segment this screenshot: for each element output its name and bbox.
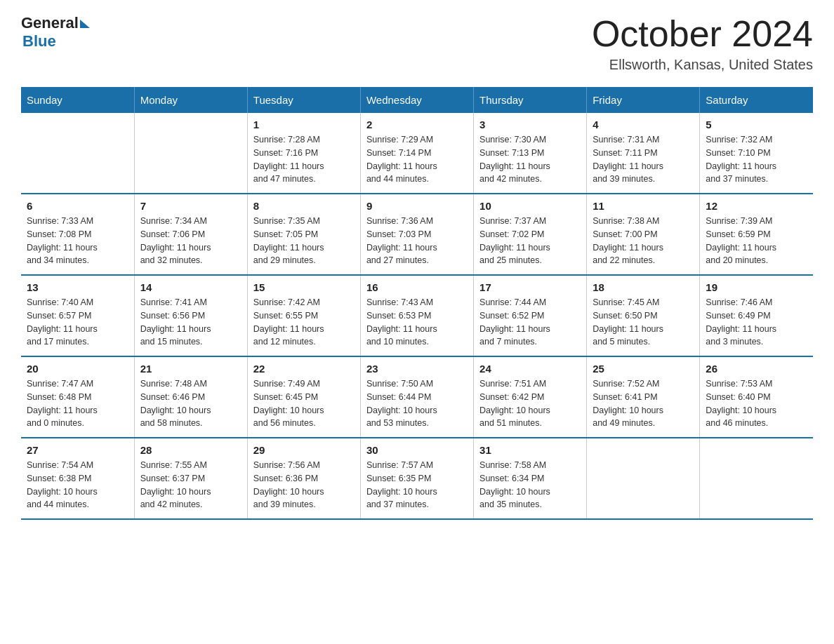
calendar-cell: 25Sunrise: 7:52 AM Sunset: 6:41 PM Dayli… [587, 356, 700, 438]
day-number: 28 [140, 444, 241, 456]
day-number: 23 [366, 363, 468, 375]
calendar-cell: 27Sunrise: 7:54 AM Sunset: 6:38 PM Dayli… [21, 438, 134, 519]
header-day-friday: Friday [587, 87, 700, 113]
day-info: Sunrise: 7:39 AM Sunset: 6:59 PM Dayligh… [706, 215, 807, 267]
day-number: 12 [706, 200, 807, 212]
day-info: Sunrise: 7:35 AM Sunset: 7:05 PM Dayligh… [253, 215, 355, 267]
calendar-week-row: 1Sunrise: 7:28 AM Sunset: 7:16 PM Daylig… [21, 113, 813, 194]
day-info: Sunrise: 7:40 AM Sunset: 6:57 PM Dayligh… [27, 296, 128, 349]
day-number: 9 [366, 200, 468, 212]
day-number: 21 [140, 363, 241, 375]
day-info: Sunrise: 7:28 AM Sunset: 7:16 PM Dayligh… [253, 133, 355, 186]
header: General Blue October 2024 Ellsworth, Kan… [21, 14, 813, 73]
day-number: 13 [27, 281, 128, 293]
logo-general-text: General [21, 14, 79, 32]
calendar-week-row: 27Sunrise: 7:54 AM Sunset: 6:38 PM Dayli… [21, 438, 813, 519]
day-info: Sunrise: 7:45 AM Sunset: 6:50 PM Dayligh… [593, 296, 694, 349]
header-day-monday: Monday [134, 87, 247, 113]
day-number: 14 [140, 281, 241, 293]
calendar-cell: 5Sunrise: 7:32 AM Sunset: 7:10 PM Daylig… [700, 113, 813, 194]
day-info: Sunrise: 7:32 AM Sunset: 7:10 PM Dayligh… [706, 133, 807, 186]
day-info: Sunrise: 7:36 AM Sunset: 7:03 PM Dayligh… [366, 215, 468, 267]
day-number: 5 [706, 119, 807, 130]
day-number: 15 [253, 281, 355, 293]
calendar-cell: 6Sunrise: 7:33 AM Sunset: 7:08 PM Daylig… [21, 194, 134, 275]
header-day-wednesday: Wednesday [360, 87, 473, 113]
calendar-cell: 13Sunrise: 7:40 AM Sunset: 6:57 PM Dayli… [21, 275, 134, 356]
day-number: 26 [706, 363, 807, 375]
day-info: Sunrise: 7:49 AM Sunset: 6:45 PM Dayligh… [253, 377, 355, 430]
calendar-cell: 26Sunrise: 7:53 AM Sunset: 6:40 PM Dayli… [700, 356, 813, 438]
calendar-cell: 9Sunrise: 7:36 AM Sunset: 7:03 PM Daylig… [360, 194, 473, 275]
day-info: Sunrise: 7:50 AM Sunset: 6:44 PM Dayligh… [366, 377, 468, 430]
day-info: Sunrise: 7:41 AM Sunset: 6:56 PM Dayligh… [140, 296, 241, 349]
day-number: 24 [479, 363, 581, 375]
calendar-cell: 20Sunrise: 7:47 AM Sunset: 6:48 PM Dayli… [21, 356, 134, 438]
calendar-header-row: SundayMondayTuesdayWednesdayThursdayFrid… [21, 87, 813, 113]
day-info: Sunrise: 7:48 AM Sunset: 6:46 PM Dayligh… [140, 377, 241, 430]
day-number: 22 [253, 363, 355, 375]
calendar-cell: 23Sunrise: 7:50 AM Sunset: 6:44 PM Dayli… [360, 356, 473, 438]
day-info: Sunrise: 7:31 AM Sunset: 7:11 PM Dayligh… [593, 133, 694, 186]
calendar-cell: 14Sunrise: 7:41 AM Sunset: 6:56 PM Dayli… [134, 275, 247, 356]
day-info: Sunrise: 7:37 AM Sunset: 7:02 PM Dayligh… [479, 215, 581, 267]
header-day-sunday: Sunday [21, 87, 134, 113]
header-day-thursday: Thursday [474, 87, 587, 113]
calendar-cell: 28Sunrise: 7:55 AM Sunset: 6:37 PM Dayli… [134, 438, 247, 519]
calendar-cell [134, 113, 247, 194]
day-number: 16 [366, 281, 468, 293]
calendar-cell: 11Sunrise: 7:38 AM Sunset: 7:00 PM Dayli… [587, 194, 700, 275]
day-info: Sunrise: 7:33 AM Sunset: 7:08 PM Dayligh… [27, 215, 128, 267]
day-info: Sunrise: 7:55 AM Sunset: 6:37 PM Dayligh… [140, 459, 241, 511]
calendar-cell: 24Sunrise: 7:51 AM Sunset: 6:42 PM Dayli… [474, 356, 587, 438]
day-info: Sunrise: 7:54 AM Sunset: 6:38 PM Dayligh… [27, 459, 128, 511]
day-number: 8 [253, 200, 355, 212]
day-info: Sunrise: 7:56 AM Sunset: 6:36 PM Dayligh… [253, 459, 355, 511]
calendar-cell: 30Sunrise: 7:57 AM Sunset: 6:35 PM Dayli… [360, 438, 473, 519]
day-number: 6 [27, 200, 128, 212]
calendar-cell: 16Sunrise: 7:43 AM Sunset: 6:53 PM Dayli… [360, 275, 473, 356]
day-info: Sunrise: 7:47 AM Sunset: 6:48 PM Dayligh… [27, 377, 128, 430]
day-number: 17 [479, 281, 581, 293]
day-info: Sunrise: 7:44 AM Sunset: 6:52 PM Dayligh… [479, 296, 581, 349]
day-number: 30 [366, 444, 468, 456]
day-info: Sunrise: 7:34 AM Sunset: 7:06 PM Dayligh… [140, 215, 241, 267]
day-info: Sunrise: 7:42 AM Sunset: 6:55 PM Dayligh… [253, 296, 355, 349]
day-number: 10 [479, 200, 581, 212]
day-number: 3 [479, 119, 581, 130]
month-title: October 2024 [592, 14, 813, 54]
calendar-cell: 8Sunrise: 7:35 AM Sunset: 7:05 PM Daylig… [247, 194, 360, 275]
calendar-cell: 22Sunrise: 7:49 AM Sunset: 6:45 PM Dayli… [247, 356, 360, 438]
calendar-week-row: 13Sunrise: 7:40 AM Sunset: 6:57 PM Dayli… [21, 275, 813, 356]
day-number: 7 [140, 200, 241, 212]
calendar-week-row: 20Sunrise: 7:47 AM Sunset: 6:48 PM Dayli… [21, 356, 813, 438]
calendar-cell [21, 113, 134, 194]
day-info: Sunrise: 7:58 AM Sunset: 6:34 PM Dayligh… [479, 459, 581, 511]
calendar-table: SundayMondayTuesdayWednesdayThursdayFrid… [21, 87, 813, 520]
day-info: Sunrise: 7:57 AM Sunset: 6:35 PM Dayligh… [366, 459, 468, 511]
calendar-cell: 10Sunrise: 7:37 AM Sunset: 7:02 PM Dayli… [474, 194, 587, 275]
calendar-cell: 31Sunrise: 7:58 AM Sunset: 6:34 PM Dayli… [474, 438, 587, 519]
calendar-cell [587, 438, 700, 519]
calendar-cell: 15Sunrise: 7:42 AM Sunset: 6:55 PM Dayli… [247, 275, 360, 356]
day-number: 11 [593, 200, 694, 212]
calendar-cell: 21Sunrise: 7:48 AM Sunset: 6:46 PM Dayli… [134, 356, 247, 438]
calendar-cell: 29Sunrise: 7:56 AM Sunset: 6:36 PM Dayli… [247, 438, 360, 519]
day-info: Sunrise: 7:29 AM Sunset: 7:14 PM Dayligh… [366, 133, 468, 186]
day-info: Sunrise: 7:38 AM Sunset: 7:00 PM Dayligh… [593, 215, 694, 267]
day-number: 19 [706, 281, 807, 293]
calendar-cell: 4Sunrise: 7:31 AM Sunset: 7:11 PM Daylig… [587, 113, 700, 194]
calendar-cell: 17Sunrise: 7:44 AM Sunset: 6:52 PM Dayli… [474, 275, 587, 356]
header-day-tuesday: Tuesday [247, 87, 360, 113]
logo-triangle-icon [80, 20, 90, 28]
day-info: Sunrise: 7:52 AM Sunset: 6:41 PM Dayligh… [593, 377, 694, 430]
logo-blue-text: Blue [22, 32, 56, 51]
calendar-cell: 1Sunrise: 7:28 AM Sunset: 7:16 PM Daylig… [247, 113, 360, 194]
day-number: 18 [593, 281, 694, 293]
day-info: Sunrise: 7:53 AM Sunset: 6:40 PM Dayligh… [706, 377, 807, 430]
calendar-cell: 2Sunrise: 7:29 AM Sunset: 7:14 PM Daylig… [360, 113, 473, 194]
day-info: Sunrise: 7:51 AM Sunset: 6:42 PM Dayligh… [479, 377, 581, 430]
calendar-week-row: 6Sunrise: 7:33 AM Sunset: 7:08 PM Daylig… [21, 194, 813, 275]
calendar-cell: 3Sunrise: 7:30 AM Sunset: 7:13 PM Daylig… [474, 113, 587, 194]
day-number: 2 [366, 119, 468, 130]
